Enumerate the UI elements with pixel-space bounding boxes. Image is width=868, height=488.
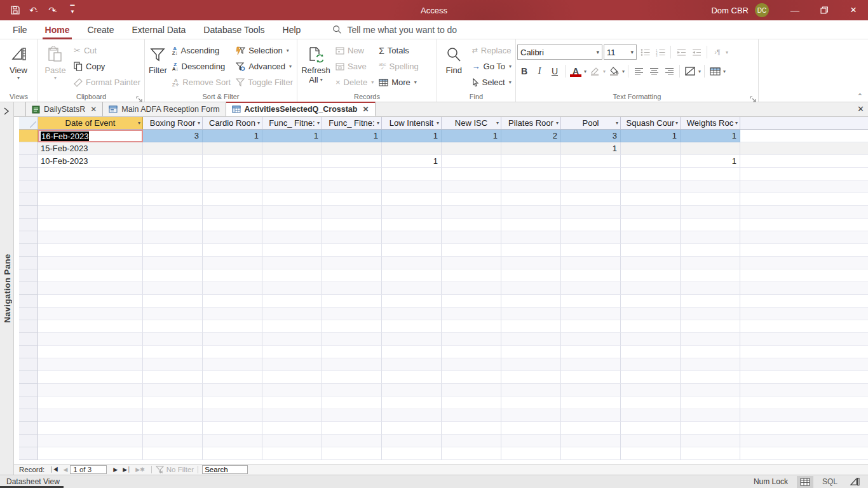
value-cell[interactable]: 1 — [382, 130, 442, 142]
value-cell[interactable] — [442, 244, 501, 257]
align-center-icon[interactable] — [647, 64, 661, 78]
value-cell[interactable] — [262, 409, 322, 422]
value-cell[interactable] — [501, 244, 561, 257]
value-cell[interactable] — [681, 180, 740, 193]
tab-external-data[interactable]: External Data — [123, 20, 195, 39]
row-selector[interactable] — [19, 447, 38, 460]
value-cell[interactable] — [442, 447, 501, 460]
column-dropdown-icon[interactable]: ▾ — [437, 120, 439, 126]
value-cell[interactable] — [681, 206, 740, 219]
value-cell[interactable] — [382, 333, 442, 346]
value-cell[interactable] — [501, 435, 561, 447]
value-cell[interactable] — [322, 269, 382, 282]
value-cell[interactable] — [501, 282, 561, 295]
row-selector[interactable] — [19, 269, 38, 282]
value-cell[interactable] — [621, 244, 681, 257]
value-cell[interactable] — [561, 371, 621, 384]
find-button[interactable]: Find — [438, 41, 470, 75]
value-cell[interactable] — [382, 269, 442, 282]
value-cell[interactable] — [501, 384, 561, 396]
value-cell[interactable] — [382, 346, 442, 358]
value-cell[interactable]: 1 — [322, 130, 382, 142]
background-color-dropdown-icon[interactable]: ▾ — [622, 69, 625, 74]
value-cell[interactable] — [382, 435, 442, 447]
save-icon[interactable] — [6, 3, 24, 18]
value-cell[interactable] — [681, 142, 740, 155]
date-cell[interactable] — [38, 231, 143, 244]
row-selector[interactable] — [19, 142, 38, 155]
align-left-icon[interactable] — [632, 64, 646, 78]
column-dropdown-icon[interactable]: ▾ — [138, 120, 140, 126]
value-cell[interactable] — [681, 409, 740, 422]
doc-tab-main-adfa-reception-form[interactable]: Main ADFA Reception Form — [103, 102, 226, 116]
filter-button[interactable]: Filter — [146, 41, 170, 75]
date-cell[interactable] — [38, 396, 143, 409]
value-cell[interactable] — [143, 396, 203, 409]
ascending-button[interactable]: AZ↓ Ascending — [170, 43, 233, 58]
previous-record-button[interactable]: ◀ — [60, 466, 70, 473]
date-cell[interactable] — [38, 206, 143, 219]
row-selector[interactable] — [19, 308, 38, 320]
value-cell[interactable] — [143, 295, 203, 308]
value-cell[interactable] — [442, 168, 501, 180]
value-cell[interactable] — [501, 308, 561, 320]
value-cell[interactable] — [262, 180, 322, 193]
value-cell[interactable] — [561, 180, 621, 193]
row-selector[interactable] — [19, 282, 38, 295]
value-cell[interactable] — [203, 282, 262, 295]
value-cell[interactable] — [203, 333, 262, 346]
value-cell[interactable] — [501, 257, 561, 269]
date-cell[interactable] — [38, 180, 143, 193]
value-cell[interactable] — [203, 193, 262, 206]
value-cell[interactable] — [621, 219, 681, 231]
alternate-row-color-button[interactable] — [708, 64, 722, 78]
value-cell[interactable] — [262, 269, 322, 282]
value-cell[interactable] — [322, 435, 382, 447]
date-cell[interactable] — [38, 168, 143, 180]
record-search-input[interactable] — [202, 465, 248, 474]
format-painter-button[interactable]: Format Painter — [71, 74, 143, 90]
value-cell[interactable] — [203, 168, 262, 180]
last-record-button[interactable]: ▶⏐ — [120, 466, 133, 473]
go-to-button[interactable]: → Go To▾ — [470, 58, 514, 74]
value-cell[interactable] — [262, 308, 322, 320]
value-cell[interactable] — [382, 257, 442, 269]
date-cell[interactable] — [38, 333, 143, 346]
first-record-button[interactable]: ⏐◀ — [47, 466, 60, 473]
value-cell[interactable] — [621, 346, 681, 358]
value-cell[interactable] — [203, 244, 262, 257]
value-cell[interactable] — [322, 244, 382, 257]
value-cell[interactable] — [442, 193, 501, 206]
descending-button[interactable]: ZA↓ Descending — [170, 58, 233, 74]
value-cell[interactable] — [262, 422, 322, 435]
value-cell[interactable] — [442, 409, 501, 422]
date-cell[interactable] — [38, 422, 143, 435]
value-cell[interactable] — [621, 193, 681, 206]
value-cell[interactable] — [442, 231, 501, 244]
column-dropdown-icon[interactable]: ▾ — [675, 120, 678, 126]
totals-button[interactable]: Σ Totals — [376, 43, 421, 58]
value-cell[interactable] — [262, 396, 322, 409]
date-cell[interactable] — [38, 295, 143, 308]
value-cell[interactable] — [561, 231, 621, 244]
value-cell[interactable] — [621, 295, 681, 308]
row-selector[interactable] — [19, 180, 38, 193]
date-cell[interactable] — [38, 308, 143, 320]
row-selector[interactable] — [19, 231, 38, 244]
value-cell[interactable] — [501, 409, 561, 422]
date-cell[interactable]: 15-Feb-2023 — [38, 142, 143, 155]
value-cell[interactable] — [203, 308, 262, 320]
value-cell[interactable] — [621, 269, 681, 282]
column-header-4[interactable]: Low Intensit▾ — [382, 117, 442, 130]
chevron-down-icon[interactable]: ▾ — [726, 50, 728, 55]
value-cell[interactable] — [501, 206, 561, 219]
value-cell[interactable]: 1 — [681, 130, 740, 142]
column-dropdown-icon[interactable]: ▾ — [198, 120, 200, 126]
row-selector[interactable] — [19, 193, 38, 206]
value-cell[interactable] — [621, 142, 681, 155]
value-cell[interactable] — [442, 396, 501, 409]
doc-tab-activitiesselectedq-crosstab[interactable]: ActivitiesSelectedQ_Crosstab ✕ — [226, 102, 376, 116]
value-cell[interactable] — [382, 219, 442, 231]
value-cell[interactable] — [203, 435, 262, 447]
value-cell[interactable] — [681, 282, 740, 295]
